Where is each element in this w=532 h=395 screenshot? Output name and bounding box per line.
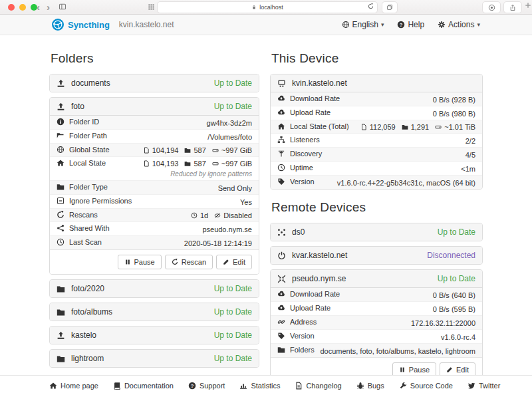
footer-link-bugs[interactable]: Bugs bbox=[356, 382, 384, 390]
question-icon bbox=[188, 382, 196, 390]
clock-icon bbox=[57, 238, 65, 246]
upload-icon bbox=[57, 331, 65, 340]
help-link[interactable]: Help bbox=[397, 20, 424, 29]
chart-bar-icon bbox=[239, 382, 247, 390]
footer-link-documentation[interactable]: Documentation bbox=[113, 382, 174, 390]
device-row-kvar[interactable]: kvar.kastelo.net Disconnected bbox=[271, 247, 482, 264]
folder-row-foto[interactable]: foto Up to Date bbox=[50, 98, 259, 115]
status-badge: Up to Date bbox=[214, 330, 252, 340]
share-button[interactable] bbox=[504, 2, 521, 13]
page-footer: Home page Documentation Support Statisti… bbox=[0, 375, 532, 395]
close-window-button[interactable] bbox=[8, 4, 15, 11]
tab-groups-icon[interactable] bbox=[148, 3, 155, 11]
footer-link-source-code[interactable]: Source Code bbox=[399, 382, 453, 390]
folder-panel-foto-albums: foto/albums Up to Date bbox=[49, 303, 259, 321]
storage-icon bbox=[435, 124, 442, 130]
detail-row-global-state: Global State 104,194 587 ~997 GiB bbox=[50, 143, 259, 156]
folder-panel-kastelo: kastelo Up to Date bbox=[49, 326, 259, 344]
folder-row-foto-albums[interactable]: foto/albums Up to Date bbox=[50, 303, 259, 321]
address-bar[interactable]: localhost bbox=[158, 2, 377, 13]
syncthing-logo[interactable]: Syncthing bbox=[52, 19, 110, 31]
footer-link-twitter[interactable]: Twitter bbox=[467, 382, 500, 390]
device-panel-pseudo: pseudo.nym.se Up to Date Download Rate 0… bbox=[270, 269, 483, 382]
new-tab-icon[interactable] bbox=[525, 2, 531, 9]
status-badge: Up to Date bbox=[214, 284, 252, 293]
rescan-button[interactable]: Rescan bbox=[165, 255, 213, 269]
device-panel-ds0: ds0 Up to Date bbox=[270, 223, 483, 241]
back-icon[interactable]: ‹ bbox=[37, 1, 40, 13]
computer-icon bbox=[277, 79, 286, 88]
folder-panel-foto-2020: foto/2020 Up to Date bbox=[49, 279, 259, 298]
folder-icon bbox=[402, 124, 408, 130]
detail-row-address: Address 172.16.32.11:22000 bbox=[271, 315, 482, 329]
sidebar-icon[interactable] bbox=[59, 3, 66, 11]
storage-icon bbox=[212, 160, 219, 167]
window-controls[interactable] bbox=[8, 4, 37, 11]
home-icon bbox=[277, 122, 285, 130]
cloud-upload-icon bbox=[277, 304, 285, 312]
pause-icon bbox=[124, 259, 131, 265]
question-icon bbox=[397, 21, 405, 29]
footer-link-statistics[interactable]: Statistics bbox=[239, 382, 280, 390]
actions-dropdown[interactable]: Actions ▾ bbox=[438, 20, 480, 29]
minimize-window-button[interactable] bbox=[19, 4, 26, 11]
folder-row-foto-2020[interactable]: foto/2020 Up to Date bbox=[50, 280, 259, 297]
upload-icon bbox=[57, 102, 65, 111]
extension-button[interactable] bbox=[483, 2, 500, 13]
pause-icon bbox=[399, 366, 406, 373]
storage-icon bbox=[212, 147, 219, 154]
folder-icon bbox=[57, 308, 65, 317]
info-icon bbox=[57, 118, 65, 126]
detail-row-download-rate: Download Rate 0 B/s (928 B) bbox=[271, 92, 482, 106]
folder-icon bbox=[184, 160, 191, 167]
reload-icon[interactable] bbox=[368, 3, 374, 9]
language-dropdown[interactable]: English ▾ bbox=[342, 20, 384, 29]
share-icon bbox=[57, 224, 65, 232]
tab-overview-button[interactable] bbox=[382, 2, 397, 13]
cloud-download-icon bbox=[277, 94, 285, 102]
file-icon bbox=[143, 160, 150, 167]
footer-link-changelog[interactable]: Changelog bbox=[295, 382, 341, 390]
folder-panel-foto: foto Up to Date Folder ID gw4hx-3dz2m Fo… bbox=[49, 97, 259, 275]
home-icon bbox=[57, 159, 65, 167]
detail-row-uptime: Uptime <1m bbox=[271, 161, 482, 175]
detail-row-discovery: Discovery 4/5 bbox=[271, 147, 482, 161]
pause-button[interactable]: Pause bbox=[118, 255, 162, 269]
footer-link-home[interactable]: Home page bbox=[49, 382, 98, 390]
folder-row-documents[interactable]: documents Up to Date bbox=[50, 74, 259, 92]
remote-devices-title: Remote Devices bbox=[271, 200, 483, 215]
status-badge: Up to Date bbox=[438, 227, 475, 237]
device-host-label: kvin.kastelo.net bbox=[119, 20, 174, 29]
network-icon bbox=[277, 228, 286, 237]
ignore-patterns-note: Reduced by ignore patterns bbox=[50, 170, 259, 180]
pencil-icon bbox=[223, 259, 229, 265]
power-off-icon bbox=[277, 251, 286, 260]
chevron-down-icon: ▾ bbox=[477, 21, 480, 28]
home-icon bbox=[49, 382, 57, 390]
detail-row-last-scan: Last Scan 2020-05-18 12:14:19 bbox=[50, 235, 259, 249]
detail-row-listeners: Listeners 2/2 bbox=[271, 133, 482, 147]
folders-title: Folders bbox=[51, 51, 259, 66]
folder-icon bbox=[57, 285, 65, 293]
device-row-pseudo[interactable]: pseudo.nym.se Up to Date bbox=[271, 270, 482, 287]
app-navbar: Syncthing kvin.kastelo.net English ▾ Hel… bbox=[0, 15, 532, 35]
detail-row-folder-path: Folder Path /Volumes/foto bbox=[50, 129, 259, 143]
chevron-down-icon: ▾ bbox=[381, 21, 384, 28]
folder-row-lightroom[interactable]: lightroom Up to Date bbox=[50, 350, 259, 367]
edit-button[interactable]: Edit bbox=[216, 255, 252, 269]
file-icon bbox=[360, 124, 367, 130]
refresh-icon bbox=[57, 211, 65, 219]
device-row-ds0[interactable]: ds0 Up to Date bbox=[271, 223, 482, 241]
folder-row-kastelo[interactable]: kastelo Up to Date bbox=[50, 327, 259, 344]
this-device-row[interactable]: kvin.kastelo.net bbox=[271, 74, 482, 92]
refresh-icon bbox=[172, 259, 178, 265]
twitter-icon bbox=[467, 382, 475, 390]
detail-row-shared-with: Shared With pseudo.nym.se bbox=[50, 221, 259, 235]
detail-row-upload-rate: Upload Rate 0 B/s (595 B) bbox=[271, 301, 482, 315]
footer-link-support[interactable]: Support bbox=[188, 382, 225, 390]
detail-row-local-state-total: Local State (Total) 112,059 1,291 ~1.01 … bbox=[271, 120, 482, 133]
folder-icon bbox=[57, 183, 65, 191]
detail-row-local-state: Local State 104,193 587 ~997 GiB bbox=[50, 156, 259, 170]
forward-icon[interactable]: › bbox=[47, 1, 50, 13]
detail-row-folder-id: Folder ID gw4hx-3dz2m bbox=[50, 116, 259, 129]
